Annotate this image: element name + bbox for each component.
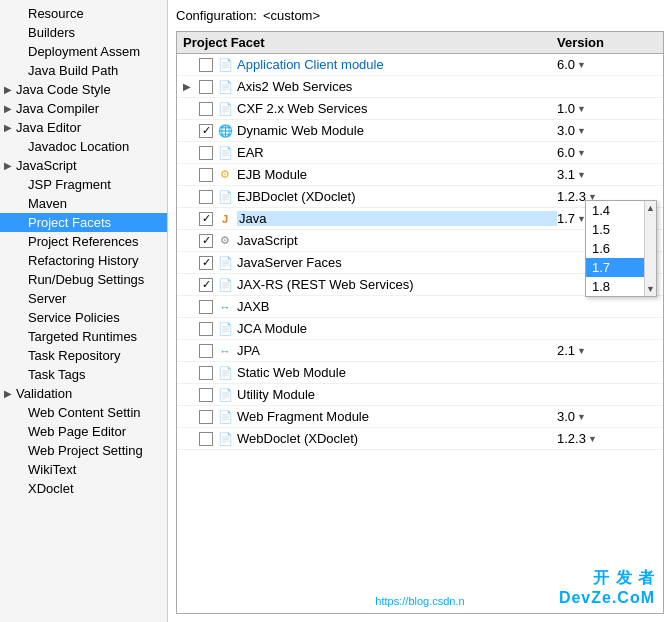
- table-row[interactable]: 📄CXF 2.x Web Services1.0 ▼: [177, 98, 663, 120]
- facet-checkbox[interactable]: [199, 410, 213, 424]
- version-dropdown-arrow-icon[interactable]: ▼: [577, 148, 586, 158]
- sidebar-item-jsp-fragment[interactable]: JSP Fragment: [0, 175, 167, 194]
- facet-checkbox[interactable]: [199, 234, 213, 248]
- sidebar-item-wikitext[interactable]: WikiText: [0, 460, 167, 479]
- facet-version[interactable]: 1.0 ▼: [557, 101, 657, 116]
- facet-checkbox[interactable]: [199, 58, 213, 72]
- page-icon: 📄: [218, 256, 233, 270]
- sidebar-item-validation[interactable]: ▶Validation: [0, 384, 167, 403]
- sidebar-item-task-repository[interactable]: Task Repository: [0, 346, 167, 365]
- sidebar-item-maven[interactable]: Maven: [0, 194, 167, 213]
- version-dropdown-arrow-icon[interactable]: ▼: [577, 126, 586, 136]
- table-row[interactable]: 🌐Dynamic Web Module3.0 ▼: [177, 120, 663, 142]
- sidebar-item-web-content-settin[interactable]: Web Content Settin: [0, 403, 167, 422]
- version-dropdown-arrow-icon[interactable]: ▼: [577, 412, 586, 422]
- table-row[interactable]: 📄Web Fragment Module3.0 ▼: [177, 406, 663, 428]
- sidebar-item-deployment-assem[interactable]: Deployment Assem: [0, 42, 167, 61]
- sidebar-item-refactoring-history[interactable]: Refactoring History: [0, 251, 167, 270]
- facet-name-label: Web Fragment Module: [237, 409, 557, 424]
- facet-name-label: JCA Module: [237, 321, 557, 336]
- facet-checkbox[interactable]: [199, 124, 213, 138]
- sidebar-item-resource[interactable]: Resource: [0, 4, 167, 23]
- popup-version-item[interactable]: 1.8: [586, 277, 644, 296]
- facet-name-label: Static Web Module: [237, 365, 557, 380]
- facet-checkbox[interactable]: [199, 278, 213, 292]
- table-row[interactable]: ▶📄Axis2 Web Services: [177, 76, 663, 98]
- facet-checkbox[interactable]: [199, 190, 213, 204]
- facet-version[interactable]: 3.0 ▼: [557, 123, 657, 138]
- popup-version-item[interactable]: 1.6: [586, 239, 644, 258]
- sidebar-item-java-build-path[interactable]: Java Build Path: [0, 61, 167, 80]
- facet-checkbox[interactable]: [199, 256, 213, 270]
- table-row[interactable]: ↔JPA2.1 ▼: [177, 340, 663, 362]
- version-dropdown-arrow-icon[interactable]: ▼: [577, 346, 586, 356]
- facet-checkbox[interactable]: [199, 102, 213, 116]
- facet-version[interactable]: 6.0 ▼: [557, 57, 657, 72]
- sidebar-item-targeted-runtimes[interactable]: Targeted Runtimes: [0, 327, 167, 346]
- sidebar-item-task-tags[interactable]: Task Tags: [0, 365, 167, 384]
- popup-scrollbar[interactable]: ▲ ▼: [644, 201, 656, 296]
- facet-checkbox[interactable]: [199, 366, 213, 380]
- facet-checkbox[interactable]: [199, 212, 213, 226]
- sidebar-item-javascript[interactable]: ▶JavaScript: [0, 156, 167, 175]
- version-dropdown-arrow-icon[interactable]: ▼: [577, 170, 586, 180]
- table-row[interactable]: 📄EAR6.0 ▼: [177, 142, 663, 164]
- facet-check-area: 📄EAR: [183, 145, 557, 161]
- table-row[interactable]: 📄Static Web Module: [177, 362, 663, 384]
- facet-name-label: Application Client module: [237, 57, 557, 72]
- facet-name-label: Utility Module: [237, 387, 557, 402]
- facet-checkbox[interactable]: [199, 80, 213, 94]
- sidebar-item-label: Java Compiler: [16, 101, 99, 116]
- facet-version[interactable]: 6.0 ▼: [557, 145, 657, 160]
- facet-checkbox[interactable]: [199, 168, 213, 182]
- facet-checkbox[interactable]: [199, 388, 213, 402]
- facet-check-area: 📄CXF 2.x Web Services: [183, 101, 557, 117]
- facet-checkbox[interactable]: [199, 322, 213, 336]
- sidebar-item-javadoc-location[interactable]: Javadoc Location: [0, 137, 167, 156]
- popup-version-item[interactable]: 1.5: [586, 220, 644, 239]
- page-icon: 📄: [218, 432, 233, 446]
- sidebar-item-run/debug-settings[interactable]: Run/Debug Settings: [0, 270, 167, 289]
- sidebar-item-label: Task Repository: [28, 348, 120, 363]
- version-popup[interactable]: 1.41.51.61.71.8 ▲ ▼: [585, 200, 657, 297]
- facet-version[interactable]: 1.2.3 ▼: [557, 431, 657, 446]
- sidebar-item-java-compiler[interactable]: ▶Java Compiler: [0, 99, 167, 118]
- table-row[interactable]: ⚙EJB Module3.1 ▼: [177, 164, 663, 186]
- table-row[interactable]: ↔JAXB: [177, 296, 663, 318]
- popup-version-item[interactable]: 1.7: [586, 258, 644, 277]
- facet-version[interactable]: 2.1 ▼: [557, 343, 657, 358]
- popup-version-item[interactable]: 1.4: [586, 201, 644, 220]
- sidebar-item-project-references[interactable]: Project References: [0, 232, 167, 251]
- version-dropdown-arrow-icon[interactable]: ▼: [577, 60, 586, 70]
- facet-version[interactable]: 3.1 ▼: [557, 167, 657, 182]
- facet-check-area: 📄Utility Module: [183, 387, 557, 403]
- table-row[interactable]: 📄Application Client module6.0 ▼: [177, 54, 663, 76]
- page-icon: 📄: [218, 190, 233, 204]
- facet-checkbox[interactable]: [199, 146, 213, 160]
- facet-version[interactable]: 3.0 ▼: [557, 409, 657, 424]
- sidebar-item-server[interactable]: Server: [0, 289, 167, 308]
- facet-check-area: ↔JPA: [183, 343, 557, 359]
- row-expand-arrow-icon[interactable]: ▶: [183, 81, 195, 92]
- sidebar-item-java-code-style[interactable]: ▶Java Code Style: [0, 80, 167, 99]
- sidebar-item-label: Java Code Style: [16, 82, 111, 97]
- sidebar-item-service-policies[interactable]: Service Policies: [0, 308, 167, 327]
- sidebar-item-web-page-editor[interactable]: Web Page Editor: [0, 422, 167, 441]
- facet-checkbox[interactable]: [199, 300, 213, 314]
- facet-name-label: EAR: [237, 145, 557, 160]
- sidebar-item-xdoclet[interactable]: XDoclet: [0, 479, 167, 498]
- table-row[interactable]: 📄Utility Module: [177, 384, 663, 406]
- page-icon: 📄: [218, 102, 233, 116]
- table-row[interactable]: 📄JCA Module: [177, 318, 663, 340]
- facet-checkbox[interactable]: [199, 432, 213, 446]
- version-dropdown-arrow-icon[interactable]: ▼: [577, 104, 586, 114]
- sidebar-item-label: Builders: [28, 25, 75, 40]
- facet-checkbox[interactable]: [199, 344, 213, 358]
- sidebar-item-web-project-setting[interactable]: Web Project Setting: [0, 441, 167, 460]
- sidebar-item-project-facets[interactable]: Project Facets: [0, 213, 167, 232]
- version-dropdown-arrow-icon[interactable]: ▼: [588, 434, 597, 444]
- table-row[interactable]: 📄WebDoclet (XDoclet)1.2.3 ▼: [177, 428, 663, 450]
- sidebar-item-builders[interactable]: Builders: [0, 23, 167, 42]
- facet-check-area: 📄JAX-RS (REST Web Services): [183, 277, 557, 293]
- sidebar-item-java-editor[interactable]: ▶Java Editor: [0, 118, 167, 137]
